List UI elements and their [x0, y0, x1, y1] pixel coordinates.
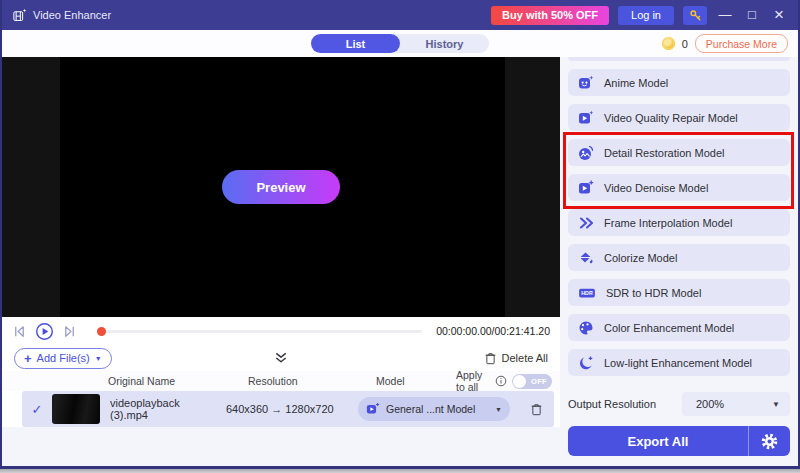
scrolled-model-button-fragment — [568, 57, 790, 61]
model-frame-interpolation-button[interactable]: Frame Interpolation Model — [568, 209, 790, 236]
key-icon — [689, 9, 702, 22]
plus-icon: + — [24, 352, 32, 365]
tab-history[interactable]: History — [400, 34, 489, 53]
player-controls: 00:00:00.00/00:21:41.20 — [2, 317, 560, 345]
detail-restoration-icon — [578, 145, 594, 161]
apply-to-all-toggle[interactable]: OFF — [512, 374, 552, 389]
apply-to-all-label: Apply to all — [456, 369, 490, 393]
color-enhancement-icon — [578, 320, 594, 336]
left-panel-filler — [2, 427, 560, 466]
resolution-cell: 640x360 → 1280x720 — [208, 403, 358, 415]
frame-interpolation-icon — [578, 215, 594, 231]
low-light-icon — [578, 355, 594, 371]
minimize-button[interactable]: — — [716, 0, 734, 30]
buy-discount-button[interactable]: Buy with 50% OFF — [491, 6, 609, 25]
apply-to-all-group: Apply to all OFF — [456, 369, 552, 393]
model-anime-button[interactable]: Anime Model — [568, 69, 790, 96]
titlebar-actions: Buy with 50% OFF Log in — □ × — [491, 0, 788, 30]
seek-bar[interactable] — [97, 324, 422, 338]
credit-count: 0 — [682, 38, 688, 50]
model-sdr-to-hdr-button[interactable]: HDR SDR to HDR Model — [568, 279, 790, 306]
model-list: Anime Model Video Quality Repair Model — [568, 57, 790, 376]
play-button-icon[interactable] — [35, 322, 54, 341]
add-files-label: Add File(s) — [37, 352, 90, 364]
video-enhancer-logo-icon — [12, 8, 27, 23]
table-row[interactable]: ✓ videoplayback (3).mp4 640x360 → 1280x7… — [22, 391, 554, 427]
chevron-down-icon: ▼ — [95, 355, 102, 362]
model-low-light-enhancement-button[interactable]: Low-light Enhancement Model — [568, 349, 790, 376]
model-color-enhancement-button[interactable]: Color Enhancement Model — [568, 314, 790, 341]
model-detail-restoration-button[interactable]: Detail Restoration Model — [568, 139, 790, 166]
maximize-button[interactable]: □ — [743, 0, 761, 30]
file-name: videoplayback (3).mp4 — [110, 397, 208, 421]
tab-list[interactable]: List — [311, 34, 400, 53]
tabbar: List History 0 Purchase More — [2, 30, 798, 57]
gear-icon — [761, 433, 778, 450]
export-all-button[interactable]: Export All — [568, 426, 790, 456]
sdr-to-hdr-icon: HDR — [578, 286, 596, 300]
model-video-quality-repair-button[interactable]: Video Quality Repair Model — [568, 104, 790, 131]
row-model-value: General ...nt Model — [386, 403, 475, 415]
login-button[interactable]: Log in — [618, 6, 674, 25]
collapse-panel-icon[interactable] — [274, 352, 289, 364]
coin-icon — [662, 37, 675, 50]
row-delete-button[interactable] — [518, 402, 554, 416]
time-display: 00:00:00.00/00:21:41.20 — [436, 325, 550, 337]
model-colorize-button[interactable]: Colorize Model — [568, 244, 790, 271]
row-model-dropdown[interactable]: General ...nt Model ▼ — [358, 397, 510, 421]
toggle-state-label: OFF — [531, 374, 547, 389]
arrow-right-icon: → — [271, 403, 282, 415]
close-button[interactable]: × — [770, 0, 788, 30]
app-logo: Video Enhancer — [12, 8, 111, 23]
delete-all-label: Delete All — [502, 352, 548, 364]
header-original-name: Original Name — [108, 375, 248, 387]
anime-model-icon — [578, 75, 594, 91]
info-icon[interactable] — [495, 375, 507, 387]
output-resolution-dropdown[interactable]: 200% ▼ — [682, 392, 790, 416]
delete-all-button[interactable]: Delete All — [484, 351, 548, 365]
titlebar: Video Enhancer Buy with 50% OFF Log in —… — [2, 0, 798, 30]
video-denoise-icon — [578, 180, 594, 196]
output-resolution-row: Output Resolution 200% ▼ — [568, 392, 790, 416]
purchase-more-button[interactable]: Purchase More — [695, 34, 788, 53]
video-quality-repair-icon — [578, 110, 594, 126]
table-header: Original Name Resolution Model Apply to … — [2, 371, 560, 391]
header-model: Model — [376, 375, 456, 387]
view-tabs: List History — [311, 34, 489, 53]
model-video-icon — [366, 402, 380, 416]
window-bottom-shadow — [0, 469, 800, 473]
register-key-button[interactable] — [683, 6, 707, 25]
output-resolution-value: 200% — [696, 398, 724, 410]
export-all-label: Export All — [568, 434, 748, 449]
hdr-icon-text: HDR — [581, 290, 593, 296]
add-files-button[interactable]: + Add File(s) ▼ — [14, 348, 112, 369]
toggle-knob — [513, 375, 526, 388]
seek-handle[interactable] — [97, 327, 106, 336]
credits-area: 0 Purchase More — [662, 30, 788, 57]
resolution-to: 1280x720 — [285, 403, 333, 415]
output-resolution-label: Output Resolution — [568, 398, 656, 410]
app-title: Video Enhancer — [33, 9, 111, 21]
seek-track[interactable] — [97, 330, 422, 333]
file-toolbar: + Add File(s) ▼ Delet — [2, 345, 560, 371]
resolution-from: 640x360 — [226, 403, 268, 415]
video-thumbnail — [52, 394, 100, 424]
main-content: Preview — [2, 57, 798, 466]
header-resolution: Resolution — [248, 375, 376, 387]
previous-frame-icon[interactable] — [12, 324, 27, 339]
row-checkmark[interactable]: ✓ — [22, 402, 52, 417]
model-video-denoise-button[interactable]: Video Denoise Model — [568, 174, 790, 201]
chevron-down-icon: ▼ — [495, 406, 502, 413]
export-settings-button[interactable] — [748, 426, 790, 456]
model-sidebar: Anime Model Video Quality Repair Model — [560, 57, 798, 466]
video-preview-area: Preview — [2, 57, 560, 317]
trash-icon — [484, 351, 497, 365]
preview-button[interactable]: Preview — [222, 170, 340, 204]
next-frame-icon[interactable] — [62, 324, 77, 339]
chevron-down-icon: ▼ — [772, 400, 780, 409]
colorize-icon — [578, 250, 594, 266]
app-window: Video Enhancer Buy with 50% OFF Log in —… — [0, 0, 800, 469]
left-panel: Preview — [2, 57, 560, 466]
